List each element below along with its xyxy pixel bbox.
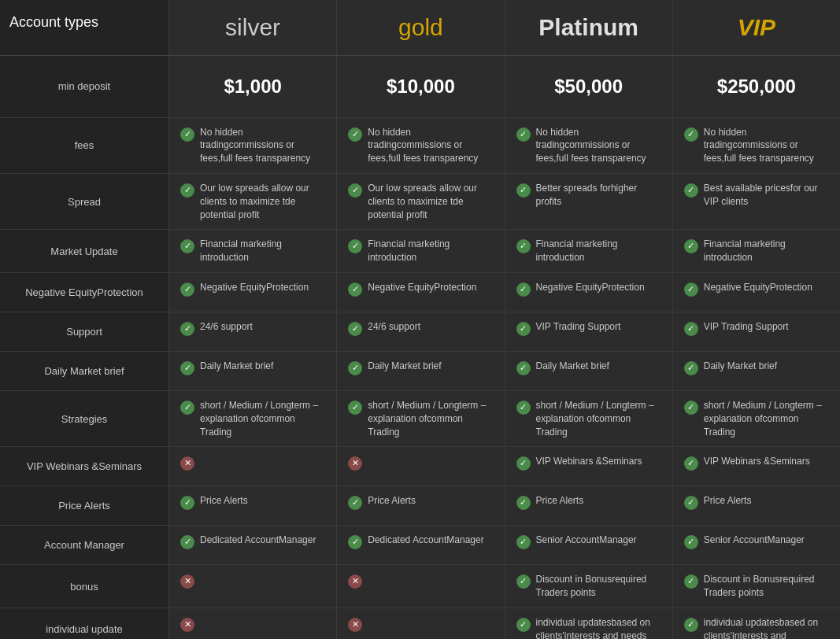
row-label-9: Account Manager [0,526,169,565]
feature-text: Negative EquityProtection [536,281,645,294]
cross-icon [348,456,362,471]
feature-text: Dedicated AccountManager [200,534,316,547]
vip-feature-6: short / Medium / Longterm – explanation … [673,391,840,447]
feature-row-4: Support24/6 support24/6 supportVIP Tradi… [0,312,840,352]
row-label-6: Strategies [0,391,169,447]
deposit-label: min deposit [0,56,169,118]
feature-text: Our low spreads allow our clients to max… [200,182,325,221]
feature-text: Our low spreads allow our clients to max… [368,182,493,221]
platinum-feature-0: No hidden tradingcommissions or fees,ful… [505,118,673,174]
check-icon [516,401,531,415]
feature-row-0: feesNo hidden tradingcommissions or fees… [0,118,840,174]
vip-feature-11: individual updatesbased on clients'inter… [673,608,840,639]
platinum-header: Platinum [505,0,673,56]
feature-text: No hidden tradingcommissions or fees,ful… [368,126,493,165]
check-icon [180,496,194,510]
feature-row-2: Market UpdateFinancial marketing introdu… [0,230,840,273]
check-icon [516,361,531,375]
feature-text: Dedicated AccountManager [368,534,483,547]
row-label-2: Market Update [0,230,169,273]
gold-feature-10 [337,565,505,608]
feature-text: VIP Trading Support [704,320,789,334]
row-label-10: bonus [0,565,169,608]
gold-feature-6: short / Medium / Longterm – explanation … [337,391,505,447]
gold-plan-name: gold [398,14,443,40]
feature-text: Senior AccountManager [536,534,637,547]
check-icon [180,535,194,549]
feature-row-5: Daily Market briefDaily Market briefDail… [0,352,840,391]
check-icon [516,127,531,142]
gold-feature-9: Dedicated AccountManager [337,526,505,565]
feature-text: Negative EquityProtection [200,281,309,294]
silver-feature-9: Dedicated AccountManager [169,526,337,565]
check-icon [684,496,698,510]
feature-text: Discount in Bonusrequired Traders points [704,573,829,600]
feature-text: Financial marketing introduction [200,238,325,264]
feature-text: short / Medium / Longterm – explanation … [704,399,829,438]
feature-text: Negative EquityProtection [704,281,812,294]
check-icon [684,322,698,336]
check-icon [180,127,194,142]
feature-text: short / Medium / Longterm – explanation … [536,399,661,438]
silver-feature-6: short / Medium / Longterm – explanation … [169,391,337,447]
check-icon [684,535,698,549]
check-icon [516,496,531,510]
check-icon [348,322,362,336]
feature-row-6: Strategiesshort / Medium / Longterm – ex… [0,391,840,447]
feature-text: Price Alerts [536,494,584,508]
row-label-0: fees [0,118,169,174]
feature-text: Discount in Bonusrequired Traders points [536,573,661,600]
check-icon [684,283,698,297]
feature-text: VIP Webinars &Seminars [704,455,810,468]
feature-row-11: individual updateindividual updatesbased… [0,608,840,639]
feature-text: No hidden tradingcommissions or fees,ful… [704,126,829,165]
feature-text: Price Alerts [704,494,752,508]
cross-icon [180,574,194,589]
feature-row-1: SpreadOur low spreads allow our clients … [0,174,840,230]
platinum-feature-11: individual updatesbased on clients'inter… [505,608,673,639]
check-icon [348,127,362,142]
check-icon [516,322,531,336]
feature-text: individual updatesbased on clients'inter… [704,616,829,639]
platinum-feature-1: Better spreads forhigher profits [505,174,673,230]
check-icon [348,535,362,549]
check-icon [516,574,531,589]
check-icon [180,183,194,198]
check-icon [180,322,194,336]
gold-deposit: $10,000 [337,56,505,118]
check-icon [348,361,362,375]
vip-feature-2: Financial marketing introduction [673,230,840,273]
gold-feature-4: 24/6 support [337,312,505,352]
row-label-1: Spread [0,174,169,230]
header-row: Account types silver gold Platinum VIP [0,0,840,56]
feature-text: Daily Market brief [368,360,441,373]
feature-text: Daily Market brief [704,360,777,373]
check-icon [516,239,531,253]
vip-feature-3: Negative EquityProtection [673,273,840,312]
silver-feature-0: No hidden tradingcommissions or fees,ful… [169,118,337,174]
check-icon [516,456,531,471]
silver-feature-5: Daily Market brief [169,352,337,391]
check-icon [684,401,698,415]
cross-icon [180,456,194,471]
feature-text: Price Alerts [200,494,248,508]
feature-text: Financial marketing introduction [368,238,493,264]
comparison-table: Account types silver gold Platinum VIP m… [0,0,840,639]
silver-feature-8: Price Alerts [169,486,337,526]
platinum-feature-2: Financial marketing introduction [505,230,673,273]
check-icon [180,283,194,297]
feature-rows: feesNo hidden tradingcommissions or fees… [0,118,840,639]
vip-feature-1: Best available pricesfor our VIP clients [673,174,840,230]
check-icon [684,456,698,471]
gold-feature-0: No hidden tradingcommissions or fees,ful… [337,118,505,174]
check-icon [516,183,531,198]
feature-text: VIP Webinars &Seminars [536,455,642,468]
check-icon [516,283,531,297]
check-icon [516,618,531,632]
feature-text: VIP Trading Support [536,320,621,334]
row-label-8: Price Alerts [0,486,169,526]
vip-feature-8: Price Alerts [673,486,840,526]
feature-text: No hidden tradingcommissions or fees,ful… [536,126,661,165]
platinum-feature-3: Negative EquityProtection [505,273,673,312]
feature-text: Senior AccountManager [704,534,805,547]
